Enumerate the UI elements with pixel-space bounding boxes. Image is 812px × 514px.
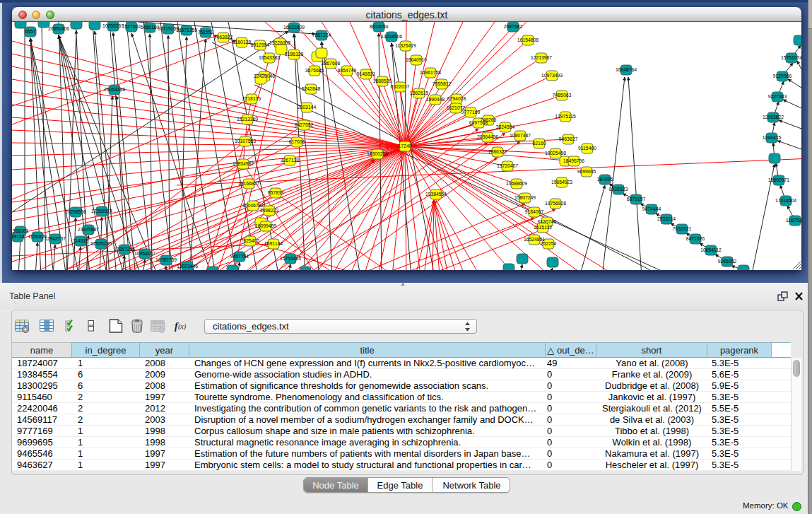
svg-text:16543382: 16543382 bbox=[259, 55, 280, 60]
svg-text:164095: 164095 bbox=[597, 177, 613, 182]
svg-text:8471676: 8471676 bbox=[686, 236, 705, 241]
svg-text:8160128: 8160128 bbox=[233, 40, 252, 45]
svg-text:9129966: 9129966 bbox=[773, 74, 792, 78]
svg-text:252254: 252254 bbox=[541, 241, 557, 246]
svg-text:751552: 751552 bbox=[198, 30, 214, 35]
svg-text:10046788: 10046788 bbox=[242, 203, 264, 208]
svg-text:19654923: 19654923 bbox=[551, 180, 572, 185]
svg-text:29053346: 29053346 bbox=[104, 87, 125, 92]
svg-text:13218506: 13218506 bbox=[381, 34, 402, 39]
svg-text:6794028: 6794028 bbox=[447, 96, 466, 101]
svg-text:16154808: 16154808 bbox=[517, 37, 539, 42]
svg-text:9777169: 9777169 bbox=[461, 110, 481, 115]
svg-text:6120746: 6120746 bbox=[538, 219, 557, 224]
svg-text:10807487: 10807487 bbox=[510, 133, 531, 138]
svg-text:1167534: 1167534 bbox=[786, 218, 801, 223]
svg-text:16099489: 16099489 bbox=[255, 223, 276, 228]
svg-text:9245052: 9245052 bbox=[718, 259, 737, 264]
svg-text:12975115: 12975115 bbox=[555, 114, 576, 119]
svg-text:15716485: 15716485 bbox=[280, 256, 301, 261]
svg-text:18640910: 18640910 bbox=[406, 57, 427, 62]
svg-text:18300295: 18300295 bbox=[367, 151, 388, 156]
svg-text:10025458: 10025458 bbox=[545, 151, 566, 156]
svg-text:12942737: 12942737 bbox=[45, 236, 66, 241]
svg-text:1691144: 1691144 bbox=[264, 241, 283, 246]
svg-text:12023446: 12023446 bbox=[177, 264, 198, 269]
svg-text:10654112: 10654112 bbox=[700, 247, 722, 252]
svg-text:20206536: 20206536 bbox=[65, 209, 86, 214]
svg-text:935061: 935061 bbox=[13, 228, 29, 233]
svg-text:12093822: 12093822 bbox=[763, 115, 784, 119]
svg-text:17359924: 17359924 bbox=[91, 209, 112, 214]
svg-text:17016504: 17016504 bbox=[775, 198, 796, 203]
svg-text:3824554: 3824554 bbox=[496, 124, 515, 129]
svg-text:19384554: 19384554 bbox=[425, 192, 447, 197]
svg-text:10973493: 10973493 bbox=[541, 73, 563, 78]
svg-text:6497568: 6497568 bbox=[469, 120, 488, 125]
svg-text:617006: 617006 bbox=[289, 139, 305, 144]
svg-text:62160: 62160 bbox=[533, 141, 546, 146]
svg-text:20364436: 20364436 bbox=[477, 134, 498, 139]
svg-text:19756928: 19756928 bbox=[545, 201, 566, 206]
svg-text:23975887: 23975887 bbox=[78, 227, 99, 232]
svg-text:8454749: 8454749 bbox=[338, 68, 357, 73]
svg-text:19166827: 19166827 bbox=[238, 181, 259, 186]
svg-text:9474444: 9474444 bbox=[642, 206, 661, 211]
svg-text:114519: 114519 bbox=[73, 238, 88, 243]
svg-text:11325419: 11325419 bbox=[395, 43, 416, 48]
svg-text:16648764: 16648764 bbox=[616, 67, 637, 72]
svg-text:15720407: 15720407 bbox=[497, 163, 518, 168]
svg-text:7485063: 7485063 bbox=[553, 93, 572, 98]
svg-text:9463627: 9463627 bbox=[559, 136, 578, 141]
svg-text:7857224: 7857224 bbox=[312, 33, 331, 37]
svg-text:17957255: 17957255 bbox=[114, 247, 135, 252]
svg-text:8427552: 8427552 bbox=[295, 122, 314, 127]
svg-text:16033809: 16033809 bbox=[283, 25, 305, 30]
svg-text:9184067: 9184067 bbox=[525, 209, 544, 214]
svg-text:16961758: 16961758 bbox=[420, 70, 441, 75]
svg-text:0557: 0557 bbox=[25, 29, 35, 34]
svg-text:(x): (x) bbox=[178, 322, 187, 331]
svg-text:18495756: 18495756 bbox=[563, 158, 584, 163]
svg-text:2867608: 2867608 bbox=[322, 61, 341, 66]
svg-text:2087682: 2087682 bbox=[504, 24, 523, 29]
svg-text:8938923: 8938923 bbox=[609, 187, 628, 192]
svg-text:10655267: 10655267 bbox=[102, 23, 124, 28]
svg-text:8813054: 8813054 bbox=[370, 24, 389, 29]
svg-text:1588520: 1588520 bbox=[373, 78, 392, 83]
svg-text:12213987: 12213987 bbox=[531, 55, 552, 60]
svg-text:9699695: 9699695 bbox=[577, 169, 596, 174]
svg-text:10107553: 10107553 bbox=[235, 139, 256, 144]
svg-text:3267130: 3267130 bbox=[281, 158, 300, 163]
svg-text:2803144: 2803144 bbox=[298, 105, 317, 110]
svg-text:1527602: 1527602 bbox=[122, 24, 141, 29]
svg-text:857833: 857833 bbox=[268, 190, 284, 195]
svg-text:9242848: 9242848 bbox=[302, 86, 321, 91]
svg-text:1362615: 1362615 bbox=[410, 90, 429, 95]
svg-text:6466160: 6466160 bbox=[141, 25, 160, 30]
svg-text:9457791: 9457791 bbox=[230, 254, 249, 259]
svg-text:2718176: 2718176 bbox=[242, 96, 261, 101]
svg-text:3675685: 3675685 bbox=[305, 68, 324, 73]
svg-text:9115460: 9115460 bbox=[578, 146, 596, 151]
svg-text:12505135: 12505135 bbox=[90, 241, 112, 246]
svg-text:6879197: 6879197 bbox=[627, 197, 646, 201]
svg-text:1615112: 1615112 bbox=[534, 225, 552, 230]
svg-text:1990448: 1990448 bbox=[426, 97, 445, 102]
svg-text:10688609: 10688609 bbox=[506, 181, 527, 186]
svg-text:8912954: 8912954 bbox=[251, 42, 270, 47]
svg-text:1244415: 1244415 bbox=[763, 135, 782, 140]
svg-text:16671355: 16671355 bbox=[176, 28, 197, 33]
svg-text:9227343: 9227343 bbox=[768, 94, 787, 99]
svg-text:20691406: 20691406 bbox=[48, 26, 69, 31]
svg-text:12213369: 12213369 bbox=[237, 117, 258, 122]
svg-text:10958107: 10958107 bbox=[134, 251, 155, 256]
svg-text:7625402: 7625402 bbox=[241, 238, 260, 243]
svg-text:7463822: 7463822 bbox=[214, 35, 233, 40]
svg-text:15751074: 15751074 bbox=[781, 55, 801, 60]
svg-text:13226058: 13226058 bbox=[269, 40, 290, 45]
svg-text:1621072: 1621072 bbox=[447, 105, 466, 110]
svg-text:7632621: 7632621 bbox=[673, 226, 692, 231]
svg-text:16782759: 16782759 bbox=[155, 257, 177, 262]
svg-text:2933114: 2933114 bbox=[657, 216, 676, 221]
